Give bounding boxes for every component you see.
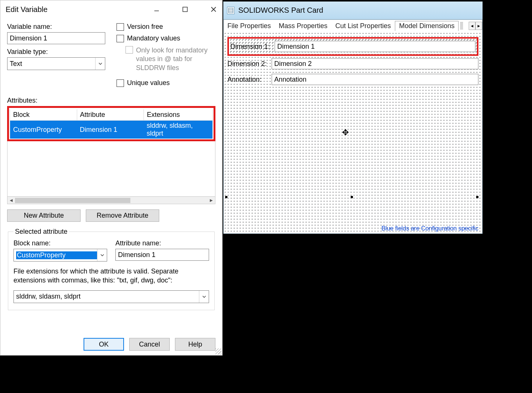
field-label: Dimension 2: [227,60,269,68]
block-name-value: CustomProperty [16,251,97,259]
cell-block: CustomProperty [10,121,77,139]
variable-name-input[interactable] [7,32,105,44]
cancel-button[interactable]: Cancel [129,338,170,351]
move-cursor-icon: ✥ [342,128,349,137]
attributes-horizontal-scrollbar[interactable]: ◄ ► [7,197,215,204]
attributes-label: Attributes: [7,97,215,105]
mandatory-subnote: Only look for mandatory values in @ tab … [136,46,215,72]
tab-grip-icon[interactable] [460,22,463,30]
variable-type-select[interactable]: Text [7,57,105,70]
dialog-title: Edit Variable [6,5,148,14]
field-row-dimension-2: Dimension 2: [227,58,478,69]
remove-attribute-button[interactable]: Remove Attribute [86,209,159,222]
tab-cutlist-properties[interactable]: Cut List Properties [332,21,395,31]
version-free-label: Version free [127,23,163,31]
variable-name-label: Variable name: [7,23,105,31]
attribute-name-input[interactable] [115,249,209,261]
mandatory-values-label: Mandatory values [127,34,180,42]
unique-values-checkbox[interactable]: Unique values [117,79,215,87]
part-card-window: SOLIDWORKS Part Card File Properties Mas… [223,1,483,234]
mandatory-subnote-checkbox: Only look for mandatory values in @ tab … [117,46,215,72]
extensions-select[interactable]: slddrw, sldasm, sldprt [13,290,209,303]
field-row-annotation: Annotation: [227,74,478,85]
svg-rect-4 [229,8,233,13]
card-form-area[interactable]: Dimension 1: Dimension 2: Annotation: ✥ [224,32,482,95]
dialog-button-row: OK Cancel Help [84,338,215,351]
variable-type-value: Text [10,60,95,68]
resize-grip[interactable] [215,348,221,354]
selection-handles[interactable] [225,196,478,198]
extensions-value: slddrw, sldasm, sldprt [16,293,199,300]
card-icon [227,7,235,14]
field-highlight-frame: Dimension 1: [227,37,478,56]
maximize-button[interactable] [176,1,194,18]
scroll-thumb[interactable] [15,198,130,203]
chevron-down-icon [97,249,107,261]
chevron-down-icon [199,291,209,303]
chevron-down-icon [95,58,105,70]
selected-attribute-group: Selected attribute Block name: CustomPro… [8,228,215,310]
version-free-checkbox[interactable]: Version free [117,23,215,31]
tab-model-dimensions[interactable]: Model Dimensions [395,21,459,31]
tab-mass-properties[interactable]: Mass Properties [275,21,332,31]
scroll-left-icon[interactable]: ◄ [7,197,15,203]
minimize-button[interactable] [148,1,165,18]
card-tabs: File Properties Mass Properties Cut List… [224,20,482,32]
attributes-highlight-frame: Block Attribute Extensions CustomPropert… [7,106,215,141]
close-button[interactable] [205,1,222,18]
block-name-select[interactable]: CustomProperty [13,249,107,262]
checkbox-box-icon [117,35,124,42]
scroll-right-icon[interactable]: ► [208,197,215,203]
field-label: Dimension 1: [230,43,272,51]
card-title: SOLIDWORKS Part Card [238,6,323,15]
extensions-note: File extensions for which the attribute … [13,267,209,285]
field-input-dimension-2[interactable] [272,58,478,69]
checkbox-box-icon [117,79,124,87]
col-attribute[interactable]: Attribute [77,109,144,121]
table-row[interactable]: CustomProperty Dimension 1 slddrw, sldas… [10,121,213,139]
help-button[interactable]: Help [175,338,215,351]
scroll-track[interactable] [15,198,208,203]
config-note: Blue fields are Configuration specific [381,225,478,232]
col-extensions[interactable]: Extensions [144,109,213,121]
dialog-titlebar[interactable]: Edit Variable [0,0,222,18]
checkbox-box-icon [126,46,133,54]
edit-variable-dialog: Edit Variable Variable name: Variable ty… [0,0,223,356]
ok-button[interactable]: OK [84,338,124,351]
cell-attribute: Dimension 1 [77,121,144,139]
tab-scroll-left-button[interactable]: ◄ [469,22,475,30]
checkbox-box-icon [117,23,124,31]
field-row-dimension-1: Dimension 1: [230,41,475,52]
tab-file-properties[interactable]: File Properties [224,21,275,31]
attributes-table[interactable]: Block Attribute Extensions CustomPropert… [10,109,213,139]
tab-scroll-right-button[interactable]: ► [475,22,482,30]
mandatory-values-checkbox[interactable]: Mandatory values [117,34,215,42]
attribute-name-label: Attribute name: [115,239,209,247]
table-header-row: Block Attribute Extensions [10,109,213,121]
variable-type-label: Variable type: [7,48,105,56]
svg-rect-1 [183,7,187,12]
field-input-dimension-1[interactable] [275,41,475,52]
cell-extensions: slddrw, sldasm, sldprt [144,121,213,139]
new-attribute-button[interactable]: New Attribute [7,209,81,222]
block-name-label: Block name: [13,239,107,247]
unique-values-label: Unique values [127,79,170,87]
field-input-annotation[interactable] [272,74,478,85]
field-label: Annotation: [227,76,269,84]
card-client-area[interactable]: File Properties Mass Properties Cut List… [223,19,483,234]
attributes-list-body[interactable] [7,141,215,197]
card-titlebar[interactable]: SOLIDWORKS Part Card [223,1,483,19]
selected-attribute-legend: Selected attribute [13,228,69,236]
col-block[interactable]: Block [10,109,77,121]
